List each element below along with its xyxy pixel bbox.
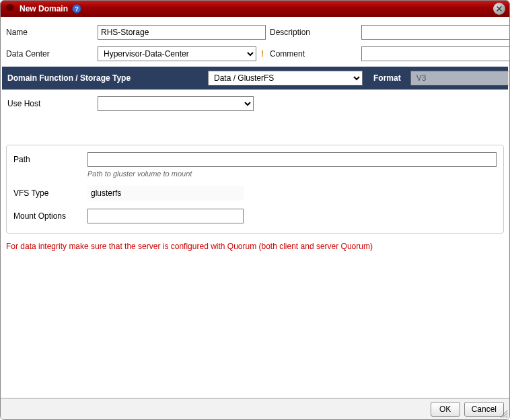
ok-button[interactable]: OK [431, 402, 460, 417]
host-section: Use Host [5, 90, 505, 125]
storage-type-bar: Domain Function / Storage Type Data / Gl… [2, 67, 508, 90]
warning-icon: ! [259, 49, 266, 59]
use-host-select[interactable] [98, 96, 254, 111]
mount-options-input[interactable] [87, 209, 244, 223]
storage-type-label: Domain Function / Storage Type [7, 73, 203, 83]
name-label: Name [6, 28, 94, 37]
dialog-footer: OK Cancel [1, 398, 509, 419]
use-host-label: Use Host [7, 99, 98, 108]
integrity-warning: For data integrity make sure that the se… [5, 239, 505, 254]
resize-grip-icon[interactable] [499, 409, 508, 418]
description-label: Description [270, 28, 357, 37]
new-domain-dialog: New Domain ? Name Description Data Cente… [0, 0, 510, 420]
path-input[interactable] [87, 152, 497, 167]
mount-options-label: Mount Options [13, 211, 87, 221]
top-fields: Name Description Data Center Hypervisor-… [5, 21, 505, 67]
titlebar: New Domain ? [1, 1, 509, 17]
data-center-select[interactable]: Hypervisor-Data-Center [98, 46, 256, 61]
name-input[interactable] [98, 25, 266, 40]
gluster-section: Path Path to gluster volume to mount VFS… [6, 145, 504, 234]
dialog-content: Name Description Data Center Hypervisor-… [1, 17, 509, 398]
comment-input[interactable] [361, 46, 510, 61]
vfs-type-input[interactable] [87, 186, 244, 201]
path-label: Path [13, 155, 87, 164]
close-icon[interactable] [493, 3, 505, 15]
comment-label: Comment [270, 49, 357, 59]
dialog-title: New Domain [20, 4, 68, 13]
storage-type-select[interactable]: Data / GlusterFS [208, 71, 363, 85]
format-label: Format [373, 73, 401, 83]
description-input[interactable] [361, 25, 510, 40]
path-hint: Path to gluster volume to mount [87, 170, 497, 178]
format-select[interactable]: V3 [410, 71, 510, 85]
data-center-label: Data Center [6, 49, 94, 59]
vfs-type-label: VFS Type [13, 188, 87, 198]
app-logo-icon [5, 3, 15, 14]
help-icon[interactable]: ? [72, 4, 81, 13]
svg-text:?: ? [75, 5, 79, 12]
